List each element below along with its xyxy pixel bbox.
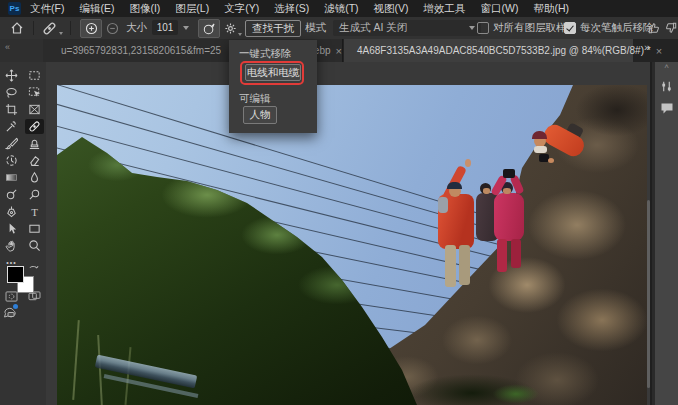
pen-tool[interactable] [2, 204, 21, 219]
ps-logo-icon[interactable]: Ps [8, 2, 21, 15]
one-click-remove-header: 一键式移除 [239, 47, 292, 61]
tab-filename: u=3965792831,2315820615&fm=253&fmt= [61, 45, 221, 56]
menu-select[interactable]: 选择(S) [274, 2, 309, 16]
canvas-vertical-scrollbar[interactable] [647, 200, 650, 388]
tool-options-bar: 大小 101 查找干扰 模式 生成式 AI 关闭 对所有图层取样 每次笔触后移除 [0, 17, 678, 40]
foreground-color-swatch[interactable] [7, 266, 24, 283]
menu-window[interactable]: 窗口(W) [481, 2, 519, 16]
mode-value: 生成式 AI 关闭 [339, 21, 407, 35]
object-selection-tool[interactable] [25, 85, 44, 100]
blur-tool[interactable] [25, 170, 44, 185]
clone-stamp-tool[interactable] [25, 136, 44, 151]
workspace: T ••• [0, 62, 678, 405]
right-panel-dock: ˄ [652, 62, 678, 405]
eyedropper-tool[interactable] [2, 119, 21, 134]
path-selection-tool[interactable] [2, 221, 21, 236]
sample-all-layers-checkbox[interactable] [477, 17, 489, 39]
size-value-input[interactable]: 101 [152, 20, 178, 35]
gradient-tool[interactable] [2, 170, 21, 185]
eraser-tool[interactable] [25, 153, 44, 168]
menu-plugins[interactable]: 增效工具 [424, 2, 466, 16]
menu-edit[interactable]: 编辑(E) [79, 2, 114, 16]
menu-type[interactable]: 文字(Y) [224, 2, 259, 16]
remove-after-stroke-checkbox[interactable] [564, 17, 576, 39]
gear-icon[interactable] [224, 17, 237, 39]
dropdown-arrow [238, 33, 242, 36]
panel-collapse-icon[interactable]: « [5, 42, 10, 52]
move-tool[interactable] [2, 68, 21, 83]
thumbs-up-icon[interactable] [648, 17, 660, 39]
photo-document[interactable] [57, 85, 647, 405]
mode-label: 模式 [305, 17, 326, 39]
hand-tool[interactable] [2, 238, 21, 253]
spot-healing-brush-tool[interactable] [25, 119, 44, 134]
close-icon[interactable]: × [656, 45, 662, 57]
history-brush-tool[interactable] [2, 153, 21, 168]
hiker-d-hat [532, 131, 547, 139]
size-label: 大小 [126, 17, 147, 39]
red-annotation-box [240, 61, 304, 85]
tools-panel-header: « [0, 39, 43, 62]
notification-dot [13, 304, 18, 309]
remove-tool-preset-icon[interactable] [42, 17, 57, 39]
size-dropdown-chevron[interactable] [183, 17, 189, 39]
document-tab-active[interactable]: 4A68F3135A3A49ADAC8540BC5D7533B2.jpg @ 8… [344, 39, 633, 62]
zoom-tool[interactable] [25, 238, 44, 253]
menu-image[interactable]: 图像(I) [129, 2, 160, 16]
sample-all-layers-label: 对所有图层取样 [493, 17, 567, 39]
home-icon[interactable] [10, 17, 24, 39]
rectangle-tool[interactable] [25, 221, 44, 236]
sponge-tool[interactable] [25, 187, 44, 202]
chevron-down-icon [469, 26, 475, 30]
menu-file[interactable]: 文件(F) [30, 2, 64, 16]
tab-filename: 4A68F3135A3A49ADAC8540BC5D7533B2.jpg @ 8… [357, 45, 651, 56]
brush-subtract-mode-button[interactable] [106, 17, 119, 39]
frame-tool[interactable] [25, 102, 44, 117]
extras-row [0, 304, 49, 324]
color-swatches [0, 263, 46, 297]
quick-share-icon[interactable] [3, 305, 17, 323]
menu-layer[interactable]: 图层(L) [175, 2, 209, 16]
lasso-tool[interactable] [2, 85, 21, 100]
hiker-c-leg [511, 239, 521, 268]
hiker-a-shoulder-patch [438, 197, 448, 213]
hiker-c-jacket [494, 193, 524, 241]
menu-view[interactable]: 视图(V) [374, 2, 409, 16]
hiker-c-leg [497, 239, 507, 272]
editable-header: 可编辑 [239, 92, 271, 106]
dodge-tool[interactable] [2, 187, 21, 202]
brush-add-mode-button[interactable] [80, 19, 102, 38]
rectangular-marquee-tool[interactable] [25, 68, 44, 83]
menu-bar: Ps 文件(F) 编辑(E) 图像(I) 图层(L) 文字(Y) 选择(S) 滤… [0, 0, 678, 17]
people-button[interactable]: 人物 [243, 106, 277, 124]
dock-collapse-icon[interactable]: ˄ [655, 62, 678, 72]
menu-filter[interactable]: 滤镜(T) [324, 2, 358, 16]
close-icon[interactable]: × [336, 45, 342, 57]
hiker-c-camera [503, 169, 515, 178]
hiker-a-cap [447, 182, 462, 189]
hiker-pointing-hand [465, 159, 471, 167]
separator [70, 21, 71, 35]
dropdown-arrow [59, 32, 63, 35]
canvas-area[interactable] [46, 62, 650, 405]
tools-panel: T ••• [0, 62, 46, 405]
adjustments-panel-icon[interactable] [659, 78, 675, 94]
mode-select[interactable]: 生成式 AI 关闭 [333, 20, 481, 36]
comments-panel-icon[interactable] [659, 100, 675, 116]
type-tool[interactable]: T [25, 204, 44, 219]
find-distractions-button[interactable]: 查找干扰 [245, 20, 301, 37]
hiker-d-scarf [534, 146, 547, 153]
tab-overflow-icon[interactable]: » [644, 41, 649, 53]
brush-tool[interactable] [2, 136, 21, 151]
hiker-c-face [503, 188, 511, 194]
document-tab-bar: « u=3965792831,2315820615&fm=253&fmt=G.w… [0, 39, 678, 62]
menu-help[interactable]: 帮助(H) [534, 2, 570, 16]
find-distractions-dropdown: 一键式移除 电线和电缆 可编辑 人物 [229, 40, 317, 133]
foliage-leaves [485, 381, 547, 405]
brush-settings-icon[interactable] [198, 19, 220, 38]
hiker-a-leg [459, 245, 470, 285]
photoshop-window: Ps 文件(F) 编辑(E) 图像(I) 图层(L) 文字(Y) 选择(S) 滤… [0, 0, 678, 405]
crop-tool[interactable] [2, 102, 21, 117]
hiker-b-face [483, 188, 490, 194]
thumbs-down-icon[interactable] [665, 17, 677, 39]
